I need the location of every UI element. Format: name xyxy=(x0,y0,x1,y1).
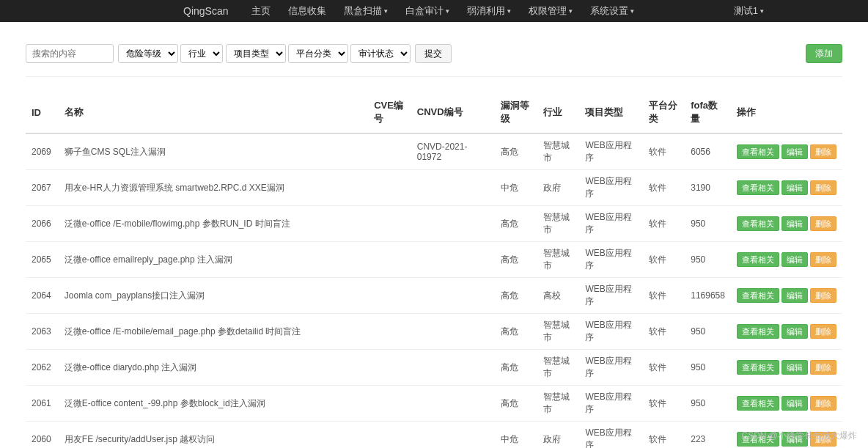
table-header: 行业 xyxy=(537,92,580,133)
vuln-table: ID名称CVE编号CNVD编号漏洞等级行业项目类型平台分类fofa数量操作 20… xyxy=(26,92,842,448)
table-cell: 泛微e-office /E-mobile/flowimg.php 参数RUN_I… xyxy=(59,206,368,242)
table-header: ID xyxy=(26,92,59,133)
table-cell xyxy=(368,133,411,170)
table-cell: 高校 xyxy=(537,278,580,314)
table-cell: Joomla com_payplans接口注入漏洞 xyxy=(59,278,368,314)
filter-select[interactable]: 行业 xyxy=(180,44,223,63)
table-row: 2069狮子鱼CMS SQL注入漏洞CNVD-2021-01972高危智慧城市W… xyxy=(26,133,842,170)
view-button[interactable]: 查看相关 xyxy=(737,288,779,303)
table-cell: 用友FE /security/addUser.jsp 越权访问 xyxy=(59,422,368,449)
view-button[interactable]: 查看相关 xyxy=(737,180,779,195)
table-header: CNVD编号 xyxy=(411,92,496,133)
table-header: 漏洞等级 xyxy=(495,92,537,133)
table-cell: 950 xyxy=(685,314,731,350)
table-cell: 高危 xyxy=(495,206,537,242)
table-cell: 高危 xyxy=(495,242,537,278)
table-cell: 950 xyxy=(685,386,731,422)
table-cell: 2065 xyxy=(26,242,59,278)
top-navbar: QingScan 主页信息收集黑盒扫描▾白盒审计▾弱消利用▾权限管理▾系统设置▾… xyxy=(0,0,868,22)
nav-user[interactable]: 测试1▾ xyxy=(725,4,773,18)
table-cell: 智慧城市 xyxy=(537,206,580,242)
table-cell: 泛微e-office /E-mobile/email_page.php 参数de… xyxy=(59,314,368,350)
table-cell: 软件 xyxy=(643,350,685,386)
table-cell: WEB应用程序 xyxy=(579,386,642,422)
filter-select[interactable]: 平台分类 xyxy=(288,44,348,63)
delete-button[interactable]: 删除 xyxy=(810,288,836,303)
table-header: CVE编号 xyxy=(368,92,411,133)
table-cell xyxy=(411,278,496,314)
table-body: 2069狮子鱼CMS SQL注入漏洞CNVD-2021-01972高危智慧城市W… xyxy=(26,133,842,448)
nav-item[interactable]: 白盒审计▾ xyxy=(397,4,458,18)
edit-button[interactable]: 编辑 xyxy=(781,180,808,195)
edit-button[interactable]: 编辑 xyxy=(781,288,808,303)
actions-cell: 查看相关编辑删除 xyxy=(731,350,842,386)
brand[interactable]: QingScan xyxy=(183,5,228,17)
delete-button[interactable]: 删除 xyxy=(810,396,836,411)
nav-right: 测试1▾ xyxy=(725,4,773,18)
view-button[interactable]: 查看相关 xyxy=(737,360,779,375)
table-cell xyxy=(368,242,411,278)
table-cell: 狮子鱼CMS SQL注入漏洞 xyxy=(59,133,368,170)
table-cell: 智慧城市 xyxy=(537,386,580,422)
table-row: 2062泛微e-office diarydo.php 注入漏洞高危智慧城市WEB… xyxy=(26,350,842,386)
nav-item[interactable]: 主页 xyxy=(243,4,279,18)
table-header: 项目类型 xyxy=(579,92,642,133)
edit-button[interactable]: 编辑 xyxy=(781,252,808,267)
table-cell: 软件 xyxy=(643,386,685,422)
table-cell: WEB应用程序 xyxy=(579,170,642,206)
view-button[interactable]: 查看相关 xyxy=(737,396,779,411)
actions-cell: 查看相关编辑删除 xyxy=(731,206,842,242)
table-cell: 2067 xyxy=(26,170,59,206)
filter-select[interactable]: 项目类型 xyxy=(226,44,286,63)
filter-selects: 危险等级 行业 项目类型 平台分类 审计状态 xyxy=(118,44,411,63)
table-cell: 2062 xyxy=(26,350,59,386)
delete-button[interactable]: 删除 xyxy=(810,360,836,375)
delete-button[interactable]: 删除 xyxy=(810,324,836,339)
table-cell: 高危 xyxy=(495,350,537,386)
table-cell: 智慧城市 xyxy=(537,133,580,170)
table-cell: WEB应用程序 xyxy=(579,242,642,278)
table-cell xyxy=(368,314,411,350)
filter-bar: 危险等级 行业 项目类型 平台分类 审计状态 提交 添加 xyxy=(26,37,842,77)
delete-button[interactable]: 删除 xyxy=(810,144,836,159)
table-cell: 智慧城市 xyxy=(537,350,580,386)
edit-button[interactable]: 编辑 xyxy=(781,324,808,339)
edit-button[interactable]: 编辑 xyxy=(781,216,808,231)
delete-button[interactable]: 删除 xyxy=(810,180,836,195)
delete-button[interactable]: 删除 xyxy=(810,252,836,267)
nav-item[interactable]: 权限管理▾ xyxy=(520,4,581,18)
table-cell xyxy=(411,206,496,242)
view-button[interactable]: 查看相关 xyxy=(737,324,779,339)
nav-item[interactable]: 信息收集 xyxy=(279,4,335,18)
table-cell: 智慧城市 xyxy=(537,242,580,278)
table-cell: CNVD-2021-01972 xyxy=(411,133,496,170)
table-cell: 软件 xyxy=(643,242,685,278)
table-cell: 泛微E-office content_-99.php 参数block_id注入漏… xyxy=(59,386,368,422)
table-row: 2061泛微E-office content_-99.php 参数block_i… xyxy=(26,386,842,422)
table-cell: 2061 xyxy=(26,386,59,422)
filter-select[interactable]: 审计状态 xyxy=(350,44,411,63)
nav-item[interactable]: 黑盒扫描▾ xyxy=(335,4,397,18)
nav-item[interactable]: 系统设置▾ xyxy=(581,4,643,18)
edit-button[interactable]: 编辑 xyxy=(781,396,808,411)
view-button[interactable]: 查看相关 xyxy=(737,216,779,231)
add-button[interactable]: 添加 xyxy=(806,44,842,63)
search-input[interactable] xyxy=(26,44,114,63)
view-button[interactable]: 查看相关 xyxy=(737,144,779,159)
filter-select[interactable]: 危险等级 xyxy=(118,44,178,63)
table-cell: 智慧城市 xyxy=(537,314,580,350)
delete-button[interactable]: 删除 xyxy=(810,216,836,231)
submit-button[interactable]: 提交 xyxy=(415,44,452,63)
table-cell xyxy=(368,350,411,386)
edit-button[interactable]: 编辑 xyxy=(781,144,808,159)
nav-item[interactable]: 弱消利用▾ xyxy=(458,4,520,18)
edit-button[interactable]: 编辑 xyxy=(781,360,808,375)
table-cell: 泛微e-office emailreply_page.php 注入漏洞 xyxy=(59,242,368,278)
table-cell: 2064 xyxy=(26,278,59,314)
caret-icon: ▾ xyxy=(760,7,764,15)
table-cell: 2066 xyxy=(26,206,59,242)
table-cell: WEB应用程序 xyxy=(579,278,642,314)
table-cell xyxy=(368,206,411,242)
table-cell: 政府 xyxy=(537,422,580,449)
view-button[interactable]: 查看相关 xyxy=(737,252,779,267)
